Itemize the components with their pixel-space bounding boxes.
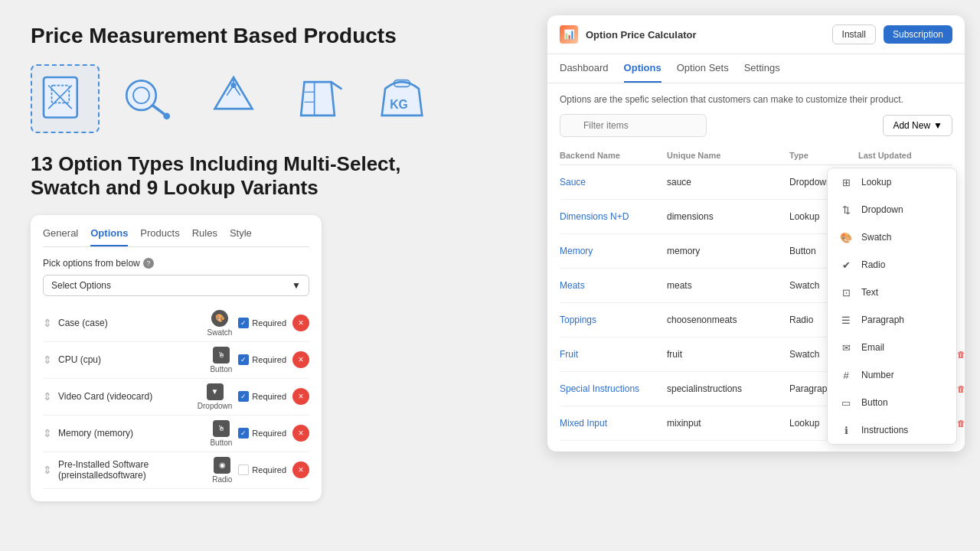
nav-settings[interactable]: Settings [744, 54, 780, 83]
filter-input[interactable] [560, 114, 707, 137]
option-row-cpu: ⇕ CPU (cpu) 🖱 Button ✓ Required × [43, 342, 309, 379]
app-header: 📊 Option Price Calculator Install Subscr… [547, 15, 965, 54]
mini-app-card: General Options Products Rules Style Pic… [31, 215, 322, 501]
dropdown-item-dropdown[interactable]: ⇅ Dropdown [828, 196, 956, 223]
dropdown-icon: ⇅ [838, 202, 854, 217]
icon-box-4 [283, 64, 352, 133]
subtitle: 13 Option Types Including Multi-Select, … [31, 152, 475, 200]
text-icon: ⊡ [838, 285, 854, 300]
paragraph-icon: ☰ [838, 312, 854, 328]
instructions-icon: ℹ [838, 422, 854, 438]
icon-box-5: KG [368, 64, 436, 133]
svg-point-11 [231, 83, 237, 88]
drag-handle[interactable]: ⇕ [43, 317, 52, 329]
svg-text:KG: KG [390, 98, 408, 111]
mini-tab-options[interactable]: Options [90, 227, 128, 246]
delete-icon[interactable]: 🗑 [957, 381, 965, 396]
lookup-icon: ⊞ [838, 174, 854, 190]
subscription-button[interactable]: Subscription [884, 25, 952, 44]
table-header: Backend Name Unique Name Type Last Updat… [560, 146, 952, 165]
nav-option-sets[interactable]: Option Sets [677, 54, 729, 83]
option-row-case: ⇕ Case (case) 🎨 Swatch ✓ Required × [43, 305, 309, 342]
dropdown-item-lookup[interactable]: ⊞ Lookup [828, 168, 956, 196]
required-check[interactable]: ✓ [238, 318, 249, 328]
delete-btn[interactable]: × [292, 425, 309, 442]
add-new-button[interactable]: Add New ▼ [883, 115, 952, 136]
delete-btn[interactable]: × [292, 461, 309, 478]
nav-options[interactable]: Options [624, 54, 662, 83]
dropdown-item-radio[interactable]: ✔ Radio [828, 251, 956, 279]
icon-box-1 [31, 64, 100, 133]
required-check[interactable]: ✓ [238, 428, 249, 439]
install-button[interactable]: Install [832, 24, 876, 44]
mini-pick-label: Pick options from below ? [43, 258, 309, 269]
radio-icon: ✔ [838, 257, 854, 272]
drag-handle[interactable]: ⇕ [43, 427, 52, 439]
page-title: Price Measurement Based Products [31, 23, 475, 49]
dropdown-item-swatch[interactable]: 🎨 Swatch [828, 223, 956, 251]
description-text: Options are the spefic selection that cu… [560, 94, 952, 105]
app-window: 📊 Option Price Calculator Install Subscr… [547, 15, 965, 452]
help-icon: ? [143, 258, 154, 269]
number-icon: # [838, 367, 854, 383]
mini-tab-rules[interactable]: Rules [192, 227, 217, 246]
nav-dashboard[interactable]: Dashboard [560, 54, 609, 83]
email-icon: ✉ [838, 340, 854, 355]
mini-select-options[interactable]: Select Options ▼ [43, 275, 309, 296]
icons-row: KG [31, 64, 475, 133]
icon-box-3 [199, 64, 268, 133]
dropdown-item-button[interactable]: ▭ Button [828, 389, 956, 416]
required-check[interactable]: ✓ [238, 354, 249, 365]
type-badge-radio: ◉ Radio [212, 457, 232, 484]
type-badge-swatch: 🎨 Swatch [207, 310, 233, 337]
type-badge-dropdown: ▼ Dropdown [198, 383, 233, 410]
svg-point-6 [163, 112, 170, 119]
delete-icon[interactable]: 🗑 [957, 416, 965, 431]
app-logo: 📊 [560, 25, 578, 44]
delete-icon[interactable]: 🗑 [957, 347, 965, 362]
mini-tab-general[interactable]: General [43, 227, 78, 246]
type-badge-button2: 🖱 Button [210, 420, 232, 447]
icon-box-2 [115, 64, 184, 133]
filter-wrapper: 🔍 [560, 114, 875, 137]
type-badge-button: 🖱 Button [210, 347, 232, 373]
mini-tabs: General Options Products Rules Style [43, 227, 309, 247]
dropdown-item-text[interactable]: ⊡ Text [828, 279, 956, 306]
app-nav: Dashboard Options Option Sets Settings [547, 54, 965, 83]
swatch-icon: 🎨 [838, 230, 854, 245]
dropdown-item-number[interactable]: # Number [828, 361, 956, 389]
option-row-memory: ⇕ Memory (memory) 🖱 Button ✓ Required × [43, 416, 309, 452]
app-body: Options are the spefic selection that cu… [547, 83, 965, 452]
dropdown-item-email[interactable]: ✉ Email [828, 334, 956, 361]
drag-handle[interactable]: ⇕ [43, 354, 52, 366]
option-row-videocard: ⇕ Video Card (videocard) ▼ Dropdown ✓ Re… [43, 379, 309, 416]
button-icon: ▭ [838, 395, 854, 410]
required-check[interactable]: ✓ [238, 391, 249, 402]
dropdown-item-paragraph[interactable]: ☰ Paragraph [828, 306, 956, 334]
delete-btn[interactable]: × [292, 388, 309, 405]
delete-btn[interactable]: × [292, 315, 309, 331]
drag-handle[interactable]: ⇕ [43, 390, 52, 403]
app-title: Option Price Calculator [586, 29, 825, 41]
mini-tab-style[interactable]: Style [230, 227, 252, 246]
option-row-software: ⇕ Pre-Installed Software (preinstalledso… [43, 452, 309, 489]
drag-handle[interactable]: ⇕ [43, 464, 52, 476]
delete-btn[interactable]: × [292, 351, 309, 368]
filter-row: 🔍 Add New ▼ [560, 114, 952, 137]
dropdown-overlay: ⊞ Lookup ⇅ Dropdown 🎨 Swatch ✔ Radio ⊡ [827, 168, 957, 445]
dropdown-item-instructions[interactable]: ℹ Instructions [828, 416, 956, 444]
mini-tab-products[interactable]: Products [140, 227, 179, 246]
required-check-empty[interactable] [238, 465, 249, 475]
